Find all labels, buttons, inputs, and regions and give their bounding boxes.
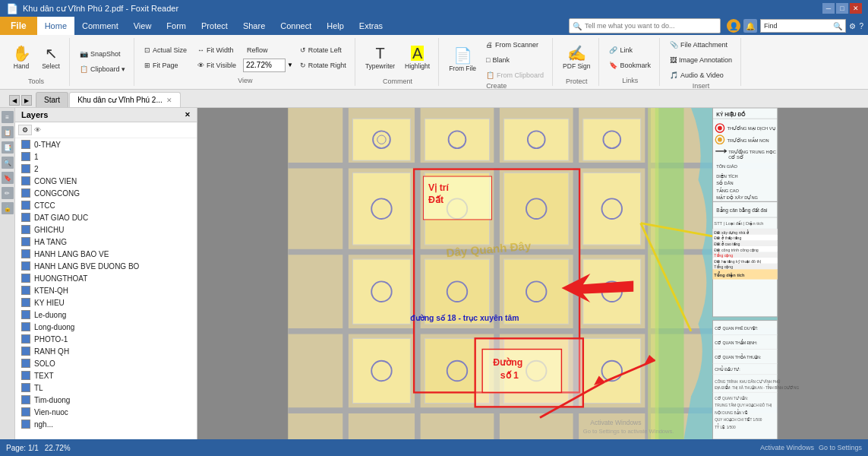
tab-pdf[interactable]: Khu dân cư Vĩnh Phú 2... ✕ [69, 92, 181, 107]
from-clipboard-button[interactable]: 📋 From Clipboard [482, 68, 548, 82]
layer-checkbox[interactable] [21, 164, 30, 173]
snapshot-button[interactable]: 📷 SnapShot [76, 47, 129, 61]
list-item[interactable]: GHICHU [15, 223, 197, 236]
menu-home[interactable]: Home [37, 17, 74, 35]
rotate-right-button[interactable]: ↻ Rotate Right [296, 59, 350, 72]
menu-file[interactable]: File [0, 17, 37, 35]
list-item[interactable]: 1 [15, 150, 197, 163]
tab-nav-right[interactable]: ▶ [21, 95, 32, 106]
settings-icon[interactable]: ⚙ [849, 22, 856, 30]
list-item[interactable]: 0-THAY [15, 138, 197, 150]
layer-settings-button[interactable]: ⚙ [18, 125, 32, 135]
pdf-sign-button[interactable]: ✍ PDF Sign [559, 38, 594, 78]
list-item[interactable]: 2 [15, 163, 197, 175]
zoom-input[interactable] [243, 59, 286, 72]
clipboard-button[interactable]: 📋 Clipboard ▾ [76, 62, 129, 76]
layer-checkbox[interactable] [21, 359, 30, 368]
select-tool-button[interactable]: ↖ Select [37, 38, 65, 78]
list-item[interactable]: CTCC [15, 199, 197, 211]
hand-tool-button[interactable]: ✋ Hand [8, 38, 35, 78]
fit-visible-button[interactable]: 👁 Fit Visible [194, 59, 240, 72]
layer-checkbox[interactable] [21, 201, 30, 210]
close-button[interactable]: ✕ [850, 3, 862, 14]
left-strip-icon-1[interactable]: ≡ [2, 111, 14, 123]
layer-checkbox[interactable] [21, 371, 30, 380]
left-strip-icon-2[interactable]: 📋 [2, 126, 14, 138]
tab-nav-left[interactable]: ◀ [9, 95, 20, 106]
layer-checkbox[interactable] [21, 420, 30, 429]
tab-close-button[interactable]: ✕ [166, 97, 172, 104]
fit-width-button[interactable]: ↔ Fit Width [194, 43, 240, 57]
menu-help[interactable]: Help [319, 17, 352, 35]
pdf-viewer[interactable]: Vị trí Đất Dây Quanh Đây đường số 18 - t… [197, 108, 868, 439]
layer-checkbox[interactable] [21, 407, 30, 416]
tab-start[interactable]: Start [36, 92, 68, 107]
left-strip-icon-7[interactable]: 🔒 [2, 202, 14, 214]
highlight-button[interactable]: A Highlight [401, 38, 434, 78]
menu-form[interactable]: Form [159, 17, 194, 35]
layer-checkbox[interactable] [21, 188, 30, 198]
sidebar-close-icon[interactable]: ✕ [185, 111, 191, 119]
list-item[interactable]: SOLO [15, 357, 197, 369]
typewriter-button[interactable]: T Typewriter [361, 38, 399, 78]
list-item[interactable]: ngh... [15, 418, 197, 430]
list-item[interactable]: KY HIEU [15, 296, 197, 309]
menu-extras[interactable]: Extras [352, 17, 390, 35]
layer-checkbox[interactable] [21, 322, 30, 331]
list-item[interactable]: Le-duong [15, 309, 197, 321]
menu-search-input[interactable] [585, 22, 717, 30]
go-to-settings-label[interactable]: Go to Settings [819, 444, 862, 451]
list-item[interactable]: HUONGTHOAT [15, 272, 197, 284]
list-item[interactable]: RANH QH [15, 345, 197, 357]
reflow-button[interactable]: Reflow [243, 43, 293, 57]
find-search-icon[interactable]: 🔍 [833, 22, 842, 30]
layer-checkbox[interactable] [21, 225, 30, 234]
maximize-button[interactable]: □ [836, 3, 848, 14]
menu-comment[interactable]: Comment [74, 17, 126, 35]
layer-checkbox[interactable] [21, 237, 30, 246]
menu-search[interactable]: 🔍 [569, 18, 721, 33]
list-item[interactable]: TEXT [15, 369, 197, 382]
menu-protect[interactable]: Protect [194, 17, 235, 35]
left-strip-icon-3[interactable]: 📑 [2, 141, 14, 154]
blank-button[interactable]: □ Blank [482, 53, 548, 67]
rotate-left-button[interactable]: ↺ Rotate Left [296, 43, 350, 57]
menu-view[interactable]: View [126, 17, 159, 35]
layer-checkbox[interactable] [21, 140, 30, 149]
audio-video-button[interactable]: 🎵 Audio & Video [666, 68, 736, 82]
menu-connect[interactable]: Connect [273, 17, 319, 35]
layer-checkbox[interactable] [21, 261, 30, 271]
from-scanner-button[interactable]: 🖨 From Scanner [482, 38, 548, 52]
list-item[interactable]: CONGCONG [15, 187, 197, 199]
left-strip-icon-6[interactable]: ✏ [2, 187, 14, 199]
list-item[interactable]: Tim-duong [15, 394, 197, 406]
layer-checkbox[interactable] [21, 152, 30, 161]
menu-share[interactable]: Share [235, 17, 273, 35]
actual-size-button[interactable]: ⊡ Actual Size [140, 43, 191, 57]
find-input[interactable] [778, 22, 832, 30]
image-annotation-button[interactable]: 🖼 Image Annotation [666, 53, 736, 67]
list-item[interactable]: PHOTO-1 [15, 333, 197, 345]
layer-checkbox[interactable] [21, 176, 30, 185]
file-attachment-button[interactable]: 📎 File Attachment [666, 38, 736, 52]
layer-checkbox[interactable] [21, 286, 30, 295]
layer-checkbox[interactable] [21, 334, 30, 344]
link-button[interactable]: 🔗 Link [605, 43, 655, 57]
list-item[interactable]: DAT GIAO DUC [15, 211, 197, 223]
layer-checkbox[interactable] [21, 274, 30, 283]
layer-checkbox[interactable] [21, 249, 30, 258]
layer-checkbox[interactable] [21, 213, 30, 222]
layer-checkbox[interactable] [21, 383, 30, 392]
fit-page-button[interactable]: ⊞ Fit Page [140, 59, 191, 72]
left-strip-icon-4[interactable]: 🔍 [2, 157, 14, 169]
left-strip-icon-5[interactable]: 🔖 [2, 172, 14, 184]
layer-checkbox[interactable] [21, 395, 30, 404]
zoom-dropdown-icon[interactable]: ▼ [287, 62, 293, 68]
list-item[interactable]: CONG VIEN [15, 175, 197, 187]
minimize-button[interactable]: ─ [822, 3, 835, 14]
list-item[interactable]: HA TANG [15, 236, 197, 248]
layer-checkbox[interactable] [21, 347, 30, 356]
list-item[interactable]: KTEN-QH [15, 284, 197, 296]
list-item[interactable]: TL [15, 382, 197, 394]
list-item[interactable]: HANH LANG BVE DUONG BO [15, 260, 197, 272]
